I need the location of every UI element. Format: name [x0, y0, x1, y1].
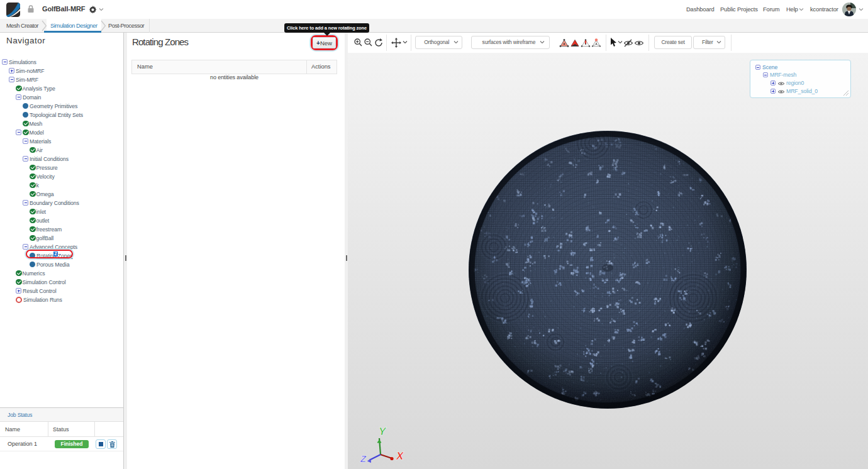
svg-text:Y: Y — [379, 427, 387, 438]
svg-text:Z: Z — [360, 453, 367, 464]
svg-text:X: X — [396, 450, 404, 462]
